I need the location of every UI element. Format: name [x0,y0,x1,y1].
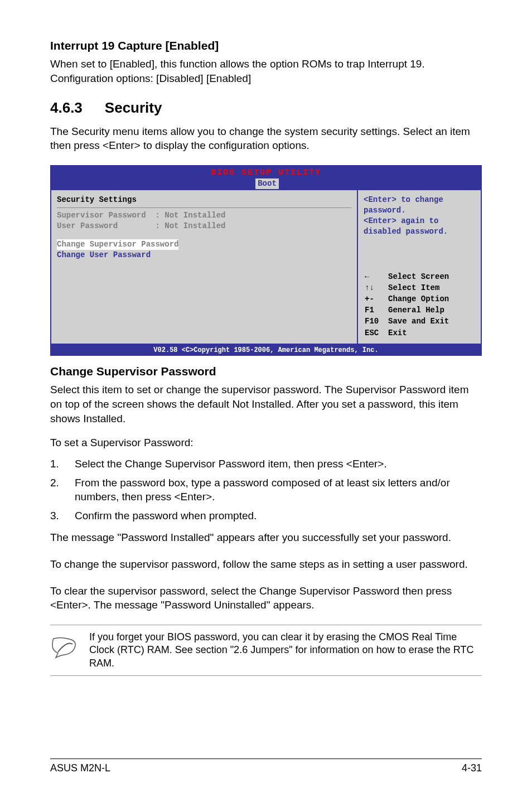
bios-title-bar: BIOS SETUP UTILITY Boot [50,165,482,189]
key-general-help: General Help [388,305,449,315]
bios-left-panel: Security Settings Supervisor Password : … [51,190,357,344]
note-icon [50,631,79,662]
updown-arrow-icon: ↑↓ [365,283,374,293]
note-block: If you forget your BIOS password, you ca… [50,625,482,676]
key-plusminus: +- [365,294,387,304]
bios-supervisor-label: Supervisor Password [57,211,146,220]
key-f10: F10 [365,316,387,326]
key-exit: Exit [388,328,449,338]
key-save-exit: Save and Exit [388,316,449,326]
section-number: 4.6.3 [50,98,83,118]
security-section-heading: 4.6.3Security [50,98,482,118]
footer-product: ASUS M2N-L [50,762,110,774]
bios-supervisor-value: : Not Installed [155,211,225,220]
bios-user-label: User Password [57,221,118,230]
section-title: Security [105,99,162,116]
change-password-para: To change the supervisor password, follo… [50,557,482,572]
note-text: If you forget your BIOS password, you ca… [89,631,482,670]
bios-change-user: Change User Passward [57,250,351,260]
change-supervisor-heading: Change Supervisor Password [50,364,482,379]
bios-security-settings-title: Security Settings [57,195,351,205]
step-2: 2.From the password box, type a password… [50,476,482,504]
bios-key-legend: ←Select Screen ↑↓Select Item +-Change Op… [364,270,475,339]
key-f1: F1 [365,305,387,315]
bios-user-value: : Not Installed [155,221,225,230]
bios-help-text: <Enter> to change password. <Enter> agai… [364,195,475,237]
key-select-screen: Select Screen [388,272,449,282]
footer-page-number: 4-31 [462,762,482,774]
key-change-option: Change Option [388,294,449,304]
clear-password-para: To clear the supervisor password, select… [50,584,482,612]
bios-change-supervisor: Change Supervisor Password [57,239,351,250]
bios-utility-title: BIOS SETUP UTILITY [211,168,321,177]
key-select-item: Select Item [388,283,449,293]
step-1: 1.Select the Change Supervisor Password … [50,457,482,471]
step-3: 3.Confirm the password when prompted. [50,509,482,523]
change-supervisor-desc: Select this item to set or change the su… [50,383,482,426]
bios-boot-tab: Boot [255,178,279,189]
bios-right-panel: <Enter> to change password. <Enter> agai… [358,190,481,344]
page-footer: ASUS M2N-L 4-31 [50,758,482,774]
bios-copyright-footer: V02.58 <C>Copyright 1985-2006, American … [50,345,482,356]
left-arrow-icon: ← [365,272,369,282]
bios-screenshot: BIOS SETUP UTILITY Boot Security Setting… [50,165,482,356]
to-set-supervisor: To set a Supervisor Password: [50,436,482,450]
key-esc: ESC [365,328,387,338]
bios-user-row: User Password : Not Installed [57,221,351,231]
interrupt-heading: Interrupt 19 Capture [Enabled] [50,38,482,54]
password-installed-msg: The message "Password Installed" appears… [50,530,482,545]
steps-list: 1.Select the Change Supervisor Password … [50,457,482,523]
security-intro: The Security menu items allow you to cha… [50,124,482,153]
interrupt-description: When set to [Enabled], this function all… [50,57,482,85]
bios-supervisor-row: Supervisor Password : Not Installed [57,210,351,221]
